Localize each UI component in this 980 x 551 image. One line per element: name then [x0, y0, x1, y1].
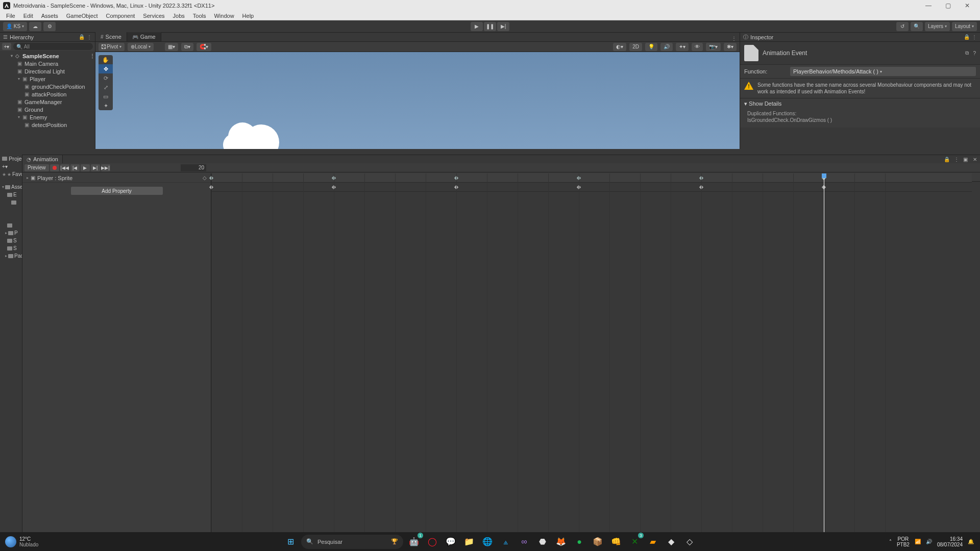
- increment-snap[interactable]: 🧲▾: [197, 43, 211, 51]
- tab-scene[interactable]: #Scene: [95, 32, 127, 41]
- menu-tools[interactable]: Tools: [189, 11, 210, 20]
- menu-component[interactable]: Component: [102, 11, 139, 20]
- function-dropdown[interactable]: PlayerBehavior/Methods/Attack ( ): [790, 67, 976, 76]
- first-frame-button[interactable]: |◀◀: [60, 164, 69, 171]
- scale-tool[interactable]: ⤢: [99, 83, 113, 92]
- project-folder-row[interactable]: S: [0, 244, 22, 252]
- start-button[interactable]: ⊞: [283, 534, 298, 549]
- menu-gameobject[interactable]: GameObject: [62, 11, 102, 20]
- lighting-toggle[interactable]: 💡: [645, 43, 657, 51]
- wifi-icon[interactable]: 📶: [915, 539, 921, 544]
- global-search-button[interactable]: 🔍: [911, 22, 923, 31]
- rotate-tool[interactable]: ⟳: [99, 73, 113, 83]
- gizmos-toggle[interactable]: ✱▾: [724, 43, 737, 51]
- rect-tool[interactable]: ▭: [99, 92, 113, 101]
- amazon-button[interactable]: 📦: [590, 534, 605, 549]
- hierarchy-search[interactable]: 🔍 All: [13, 43, 93, 50]
- project-tab[interactable]: Project: [0, 155, 22, 163]
- undo-history-button[interactable]: ↺: [896, 22, 909, 31]
- menu-edit[interactable]: Edit: [19, 11, 37, 20]
- hierarchy-item-gamemanager[interactable]: ▣GameManager: [0, 98, 95, 106]
- hierarchy-create-dropdown[interactable]: +▾: [2, 43, 11, 50]
- hierarchy-item-ground[interactable]: ▣Ground: [0, 106, 95, 113]
- keyframe-track[interactable]: [211, 183, 972, 192]
- menu-file[interactable]: File: [2, 11, 19, 20]
- firefox-button[interactable]: 🦊: [553, 534, 569, 549]
- keyframe-marker-icon[interactable]: ◇: [203, 175, 207, 181]
- tray-chevron-icon[interactable]: ˄: [889, 539, 892, 544]
- hierarchy-item-attackpos[interactable]: ▣attackPosition: [0, 90, 95, 98]
- chrome-button[interactable]: 🌐: [480, 534, 495, 549]
- audio-toggle[interactable]: 🔊: [660, 43, 673, 51]
- explorer-button[interactable]: 📁: [461, 534, 477, 549]
- last-frame-button[interactable]: ▶▶|: [101, 164, 110, 171]
- steam-button[interactable]: ⬣: [535, 534, 550, 549]
- move-tool[interactable]: ✥: [99, 64, 113, 73]
- scene-panel-menu-icon[interactable]: ⋮: [728, 36, 740, 41]
- inspector-expand-icon[interactable]: ⧉: [965, 50, 969, 56]
- pause-button[interactable]: ❚❚: [484, 22, 496, 31]
- scene-menu-icon[interactable]: ⋮: [90, 53, 95, 59]
- expand-arrow-icon[interactable]: ▾: [16, 115, 21, 119]
- anim-close-icon[interactable]: ✕: [970, 157, 980, 162]
- play-button[interactable]: ▶: [471, 22, 483, 31]
- project-folder-row[interactable]: [0, 221, 22, 229]
- hierarchy-item-camera[interactable]: ▣Main Camera: [0, 60, 95, 67]
- scene-row[interactable]: ▾◇SampleScene⋮: [0, 52, 95, 60]
- settings-button[interactable]: ⚙: [43, 22, 56, 31]
- visualstudio-button[interactable]: ∞: [517, 534, 532, 549]
- hierarchy-menu-icon[interactable]: ⋮: [87, 34, 92, 40]
- language-indicator[interactable]: PORPTB2: [897, 536, 910, 547]
- menu-window[interactable]: Window: [210, 11, 238, 20]
- notifications-icon[interactable]: 🔔: [968, 539, 974, 544]
- hierarchy-tab[interactable]: ☰ Hierarchy 🔒 ⋮: [0, 33, 95, 42]
- hierarchy-lock-icon[interactable]: 🔒: [79, 34, 85, 40]
- local-toggle[interactable]: ⊕Local: [128, 43, 154, 51]
- expand-arrow-icon[interactable]: ▾: [16, 77, 21, 81]
- step-button[interactable]: ▶|: [497, 22, 509, 31]
- record-button[interactable]: [50, 164, 59, 171]
- expand-arrow-icon[interactable]: ▾: [9, 54, 14, 58]
- unity-hub-button[interactable]: ◆: [664, 534, 679, 549]
- riot-button[interactable]: 👊: [608, 534, 624, 549]
- sublime-button[interactable]: ▰: [645, 534, 660, 549]
- xbox-button[interactable]: ✕: [627, 534, 642, 549]
- tab-game[interactable]: 🎮Game: [127, 32, 161, 41]
- layout-dropdown[interactable]: Layout: [952, 22, 977, 31]
- visibility-toggle[interactable]: 👁: [692, 43, 703, 51]
- menu-assets[interactable]: Assets: [37, 11, 62, 20]
- project-create[interactable]: +▾: [0, 163, 22, 170]
- inspector-tab[interactable]: ⓘ Inspector 🔒 ⋮: [740, 33, 980, 42]
- project-folder-row[interactable]: E: [0, 191, 22, 198]
- project-favorites[interactable]: ★★Favorites: [0, 170, 22, 178]
- account-dropdown[interactable]: 👤 KS: [3, 22, 27, 31]
- taskbar-weather[interactable]: 12°CNublado: [0, 536, 43, 547]
- anim-play-button[interactable]: ▶: [81, 164, 90, 171]
- anim-maximize-icon[interactable]: ▣: [961, 157, 970, 162]
- window-minimize-button[interactable]: —: [919, 0, 938, 11]
- pivot-toggle[interactable]: ⛞Pivot: [99, 43, 125, 51]
- anim-menu-icon[interactable]: ⋮: [952, 157, 961, 162]
- animation-tab[interactable]: ◔Animation: [22, 155, 63, 163]
- project-folder-row[interactable]: ▸P: [0, 229, 22, 237]
- window-maximize-button[interactable]: ▢: [938, 0, 958, 11]
- menu-help[interactable]: Help: [238, 11, 258, 20]
- show-details-toggle[interactable]: ▾ Show Details: [740, 98, 980, 109]
- discord-button[interactable]: 💬: [443, 534, 458, 549]
- project-folder-row[interactable]: [0, 198, 22, 206]
- hand-tool[interactable]: ✋: [99, 55, 113, 64]
- taskbar-clock[interactable]: 16:3408/07/2024: [937, 536, 963, 547]
- inspector-help-icon[interactable]: ?: [973, 51, 976, 56]
- unity-editor-button[interactable]: ◇: [682, 534, 697, 549]
- draw-mode[interactable]: ◐▾: [613, 43, 626, 51]
- fx-toggle[interactable]: ✦▾: [676, 43, 689, 51]
- taskbar-search[interactable]: 🔍Pesquisar🏆: [301, 535, 403, 549]
- frame-number-field[interactable]: [181, 164, 206, 171]
- animated-property-row[interactable]: ▸ ▣ Player : Sprite ◇: [22, 173, 211, 183]
- next-key-button[interactable]: ▶|: [91, 164, 100, 171]
- vscode-button[interactable]: ⟁: [498, 534, 513, 549]
- transform-tool[interactable]: ✦: [99, 101, 113, 110]
- hierarchy-item-groundcheck[interactable]: ▣groundCheckPosition: [0, 83, 95, 90]
- copilot-button[interactable]: 🤖: [406, 534, 422, 549]
- inspector-lock-icon[interactable]: 🔒: [964, 34, 970, 40]
